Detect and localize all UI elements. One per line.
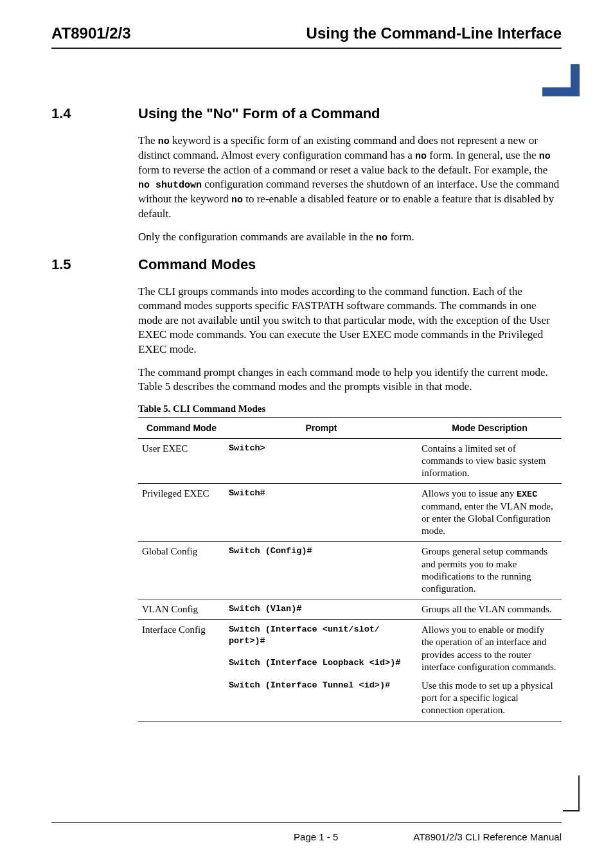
footer-corner-decoration [563, 775, 580, 811]
section-number: 1.4 [51, 105, 138, 122]
cell-prompt: Switch> [225, 438, 418, 484]
table-row: Interface ConfigSwitch (Interface <unit/… [138, 620, 562, 721]
col-header-mode: Command Mode [138, 417, 225, 438]
cell-mode: Interface Config [138, 620, 225, 721]
col-header-prompt: Prompt [225, 417, 418, 438]
page-corner-decoration [542, 64, 580, 96]
section-number: 1.5 [51, 256, 138, 273]
col-header-desc: Mode Description [418, 417, 562, 438]
section-heading-1-4: 1.4 Using the "No" Form of a Command [51, 105, 562, 122]
paragraph: Only the configuration commands are avai… [138, 230, 562, 245]
footer-rule [51, 822, 562, 823]
cell-description: Groups all the VLAN commands. [418, 599, 562, 620]
cell-description: Allows you to enable or modify the opera… [418, 620, 562, 721]
cell-prompt: Switch (Vlan)# [225, 599, 418, 620]
page-content: 1.4 Using the "No" Form of a Command The… [0, 49, 613, 722]
cell-prompt: Switch (Config)# [225, 542, 418, 599]
paragraph: The command prompt changes in each comma… [138, 366, 562, 394]
cell-mode: VLAN Config [138, 599, 225, 620]
table-row: User EXECSwitch>Contains a limited set o… [138, 438, 562, 484]
header-right: Using the Command-Line Interface [306, 24, 562, 42]
table-row: VLAN ConfigSwitch (Vlan)#Groups all the … [138, 599, 562, 620]
table-row: Global ConfigSwitch (Config)#Groups gene… [138, 542, 562, 599]
section-heading-1-5: 1.5 Command Modes [51, 256, 562, 273]
cli-modes-table: Command Mode Prompt Mode Description Use… [138, 417, 562, 722]
footer-page: Page 1 - 5 [294, 831, 338, 842]
section-title: Command Modes [138, 256, 256, 273]
cell-mode: User EXEC [138, 438, 225, 484]
table-row: Privileged EXECSwitch#Allows you to issu… [138, 484, 562, 542]
header-left: AT8901/2/3 [51, 24, 131, 42]
cell-mode: Privileged EXEC [138, 484, 225, 542]
cell-mode: Global Config [138, 542, 225, 599]
cell-prompt: Switch# [225, 484, 418, 542]
paragraph: The CLI groups commands into modes accor… [138, 285, 562, 357]
paragraph: The no keyword is a specific form of an … [138, 134, 562, 221]
page-footer: Page 1 - 5 AT8901/2/3 CLI Reference Manu… [51, 831, 562, 842]
cell-description: Allows you to issue any EXEC command, en… [418, 484, 562, 542]
footer-doc-title: AT8901/2/3 CLI Reference Manual [413, 831, 562, 842]
cell-prompt: Switch (Interface <unit/slot/ port>)# Sw… [225, 620, 418, 721]
section-title: Using the "No" Form of a Command [138, 105, 380, 122]
cell-description: Groups general setup commands and permit… [418, 542, 562, 599]
cell-description: Contains a limited set of commands to vi… [418, 438, 562, 484]
table-caption: Table 5. CLI Command Modes [138, 403, 562, 414]
